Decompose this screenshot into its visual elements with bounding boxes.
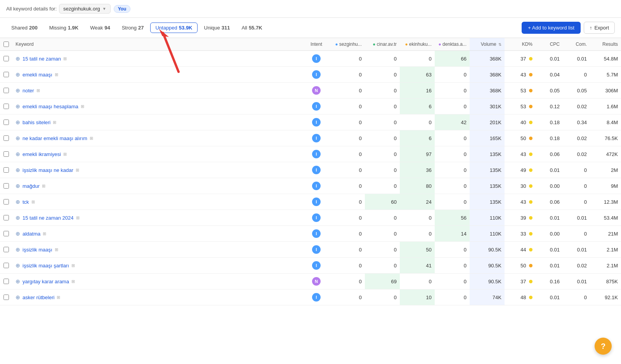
results-value: 8.4M (590, 114, 621, 130)
row-checkbox[interactable] (3, 120, 9, 125)
keyword-link[interactable]: aldatma (23, 231, 40, 237)
denktas-value: 0 (435, 289, 470, 305)
row-checkbox[interactable] (3, 183, 9, 189)
row-checkbox[interactable] (3, 295, 9, 300)
sezginhu-value: 0 (330, 114, 365, 130)
keyword-link[interactable]: bahis siteleri (23, 120, 50, 125)
select-all-checkbox[interactable] (3, 42, 9, 47)
col-volume-header[interactable]: Volume ⇅ (470, 38, 505, 51)
sezginhu-value: 0 (330, 274, 365, 289)
row-checkbox-cell (0, 194, 12, 210)
row-checkbox[interactable] (3, 88, 9, 93)
col-ekinhuku-header: ● ekinhuku... (400, 38, 435, 51)
filter-tab-missing[interactable]: Missing 1.9K (44, 23, 84, 33)
keyword-link[interactable]: noter (23, 88, 34, 94)
filter-tab-all[interactable]: All 55.7K (236, 23, 267, 33)
header-bar: All keyword details for: sezginhukuk.org… (0, 0, 621, 18)
keyword-cell: ⊕ emekli ikramiyesi ⊞ (12, 146, 303, 162)
intent-badge: I (312, 229, 321, 238)
col-sezginhu-header: ● sezginhu... (330, 38, 365, 51)
results-value: 306M (590, 83, 621, 99)
keyword-link[interactable]: asker rütbeleri (23, 295, 54, 300)
keyword-link[interactable]: mağdur (23, 183, 40, 189)
filter-tab-shared[interactable]: Shared 200 (6, 23, 43, 33)
keyword-link[interactable]: tck (23, 199, 29, 205)
row-checkbox[interactable] (3, 247, 9, 252)
row-checkbox[interactable] (3, 56, 9, 61)
keyword-link[interactable]: işsizlik maaşı şartları (23, 263, 69, 269)
ekinhuku-value: 41 (400, 258, 435, 274)
intent-cell: I (303, 146, 330, 162)
row-checkbox[interactable] (3, 279, 9, 284)
keyword-link[interactable]: yargıtay karar arama (23, 279, 69, 284)
row-checkbox[interactable] (3, 104, 9, 109)
keyword-link[interactable]: işsizlik maaşı ne kadar (23, 167, 73, 173)
ekinhuku-value: 16 (400, 83, 435, 99)
ekinhuku-value: 97 (400, 146, 435, 162)
volume-value: 90.5K (470, 274, 505, 289)
table-header: Keyword Intent ● sezginhu... ● cinar.av.… (0, 38, 621, 51)
row-checkbox[interactable] (3, 151, 9, 157)
com-value: 0.02 (563, 130, 590, 146)
intent-badge: I (312, 213, 321, 222)
results-value: 5.7M (590, 67, 621, 83)
domain-selector[interactable]: sezginhukuk.org ▼ (59, 4, 111, 14)
keyword-link[interactable]: emekli maaşı (23, 72, 52, 78)
kd-value: 50 (505, 130, 536, 146)
filter-tab-untapped[interactable]: Untapped 53.9K (150, 23, 197, 33)
keyword-link[interactable]: ne kadar emekli maaşı alırım (23, 135, 87, 141)
denktas-value: 0 (435, 242, 470, 258)
row-checkbox-cell (0, 258, 12, 274)
filter-tab-strong[interactable]: Strong 27 (117, 23, 149, 33)
row-checkbox-cell (0, 130, 12, 146)
filter-tab-unique[interactable]: Unique 311 (199, 23, 235, 33)
cpc-value: 0.06 (536, 146, 563, 162)
keyword-cell: ⊕ emekli maaşı hesaplama ⊞ (12, 99, 303, 114)
denktas-value: 0 (435, 130, 470, 146)
cpc-value: 0.06 (536, 194, 563, 210)
col-intent-header: Intent (303, 38, 330, 51)
volume-value: 201K (470, 114, 505, 130)
denktas-value: 14 (435, 226, 470, 242)
row-checkbox[interactable] (3, 231, 9, 236)
denktas-value: 0 (435, 194, 470, 210)
keyword-link[interactable]: 15 tatil ne zaman (23, 56, 61, 62)
plus-circle-icon: ⊕ (16, 119, 20, 125)
add-to-keyword-list-button[interactable]: + Add to keyword list (522, 22, 581, 34)
row-checkbox-cell (0, 242, 12, 258)
intent-badge: N (312, 86, 321, 95)
keyword-link[interactable]: emekli ikramiyesi (23, 151, 61, 157)
plus-circle-icon: ⊕ (16, 87, 20, 94)
row-checkbox[interactable] (3, 199, 9, 205)
volume-value: 368K (470, 51, 505, 67)
grid-icon: ⊞ (71, 263, 75, 268)
results-value: 54.8M (590, 51, 621, 67)
export-button[interactable]: ↑ Export (584, 22, 615, 34)
ekinhuku-value: 10 (400, 289, 435, 305)
intent-badge: I (312, 166, 321, 174)
filter-tab-weak[interactable]: Weak 94 (85, 23, 115, 33)
cinar-value: 0 (365, 210, 400, 226)
sezginhu-value: 0 (330, 258, 365, 274)
keyword-link[interactable]: emekli maaşı hesaplama (23, 104, 78, 109)
row-checkbox[interactable] (3, 135, 9, 141)
grid-icon: ⊞ (55, 72, 58, 77)
sezginhu-value: 0 (330, 226, 365, 242)
keyword-link[interactable]: 15 tatil ne zaman 2024 (23, 215, 74, 221)
row-checkbox[interactable] (3, 263, 9, 268)
kd-value: 53 (505, 83, 536, 99)
grid-icon: ⊞ (76, 168, 79, 173)
cpc-value: 0.01 (536, 258, 563, 274)
keyword-cell: ⊕ işsizlik maaşı ⊞ (12, 242, 303, 258)
row-checkbox[interactable] (3, 215, 9, 220)
cpc-value: 0.04 (536, 67, 563, 83)
row-checkbox[interactable] (3, 167, 9, 173)
row-checkbox[interactable] (3, 72, 9, 77)
intent-badge: I (312, 245, 321, 254)
intent-cell: I (303, 178, 330, 194)
kd-dot (529, 121, 533, 124)
cinar-value: 0 (365, 51, 400, 67)
row-checkbox-cell (0, 226, 12, 242)
table-row: ⊕ aldatma ⊞ I 0 0 0 14 110K 33 0.00 0 21… (0, 226, 621, 242)
keyword-link[interactable]: işsizlik maaşı (23, 247, 52, 253)
